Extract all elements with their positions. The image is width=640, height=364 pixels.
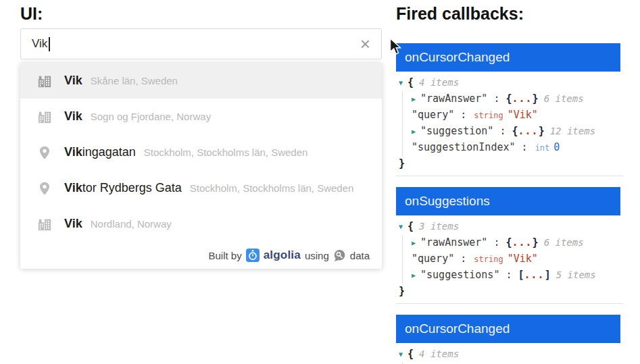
search-input[interactable]: Vik ×	[20, 28, 382, 59]
matched-text: Vik	[64, 145, 82, 159]
suggestion-row[interactable]: VikNordland, Norway	[20, 206, 382, 242]
item-count: 3 items	[419, 221, 459, 232]
json-line: ▶"rawAnswer" : {...}6 items	[412, 91, 623, 107]
callback-header: onSuggestions	[396, 187, 620, 215]
json-line: ▶"suggestions" : [...]5 items	[412, 267, 623, 284]
json-key: "suggestionIndex"	[412, 141, 516, 153]
data-label: data	[350, 250, 370, 261]
json-value: "Vik"	[508, 109, 538, 121]
json-type-label: int	[535, 143, 550, 153]
callback-header: onCursorChanged	[396, 315, 620, 343]
root-open-brace: {	[408, 76, 414, 88]
json-line: "suggestionIndex" : int0	[412, 140, 623, 156]
suggestion-secondary: Sogn og Fjordane, Norway	[91, 111, 211, 122]
pin-icon	[37, 181, 52, 196]
collapsed-close-bracket: }	[539, 125, 545, 137]
matched-text: Vik	[64, 217, 82, 230]
matched-text: Vik	[64, 181, 82, 194]
suggestion-row[interactable]: VikingagatanStockholm, Stockholms län, S…	[20, 134, 382, 170]
algolia-logo-icon[interactable]	[246, 249, 260, 262]
root-close-brace: }	[399, 285, 405, 297]
json-children: ▶"rawAnswer" : {...}6 items"query" : str…	[402, 235, 623, 284]
collapse-arrow-icon[interactable]: ▼	[399, 75, 403, 90]
json-colon: :	[454, 109, 472, 121]
osm-data-icon[interactable]	[333, 249, 346, 262]
expand-arrow-icon[interactable]: ▶	[412, 91, 416, 107]
root-open-brace: {	[408, 220, 414, 232]
callback-block: onCursorChanged▼{4 items▶"rawAnswer" : {…	[396, 315, 640, 364]
json-type-label: string	[474, 255, 503, 264]
callback-json-tree: ▼{3 items▶"rawAnswer" : {...}6 items"que…	[396, 215, 623, 304]
json-root-line: ▼{3 items	[399, 219, 623, 235]
item-count: 4 items	[419, 348, 459, 359]
dropdown-footer: Built by algolia using	[20, 242, 382, 269]
root-close-brace: }	[399, 157, 405, 170]
text-caret	[49, 37, 50, 51]
collapsed-close-bracket: ]	[545, 269, 551, 281]
suggestion-secondary: Skåne län, Sweden	[91, 75, 178, 86]
ui-panel: UI: Vik × VikSkåne län, SwedenVikSogn og…	[20, 3, 382, 269]
building-icon	[37, 74, 52, 88]
collapsed-dots: ...	[518, 125, 539, 137]
collapse-arrow-icon[interactable]: ▼	[399, 219, 403, 234]
json-colon: :	[493, 125, 512, 137]
suggestion-row[interactable]: VikSkåne län, Sweden	[20, 63, 382, 99]
search-input-value: Vik	[32, 37, 47, 51]
rest-text: ingagatan	[82, 145, 136, 159]
json-key: "query"	[412, 253, 454, 265]
suggestions-dropdown: VikSkåne län, SwedenVikSogn og Fjordane,…	[20, 63, 382, 269]
callback-json-tree: ▼{4 items▶"rawAnswer" : {...}6 items	[396, 343, 623, 364]
collapsed-open-bracket: {	[512, 125, 518, 137]
expand-arrow-icon[interactable]: ▶	[412, 235, 416, 251]
suggestion-name: Vik	[64, 74, 82, 88]
expand-arrow-icon[interactable]: ▶	[412, 267, 416, 283]
collapsed-close-bracket: }	[533, 236, 539, 249]
item-count: 4 items	[419, 77, 459, 88]
json-value: "Vik"	[508, 253, 538, 265]
building-icon	[37, 109, 52, 124]
collapsed-dots: ...	[512, 93, 533, 105]
json-line: "query" : string"Vik"	[412, 107, 623, 124]
json-colon: :	[487, 236, 506, 249]
callback-header: onCursorChanged	[396, 43, 620, 72]
json-type-label: string	[474, 111, 503, 120]
suggestion-secondary: Nordland, Norway	[91, 218, 172, 230]
json-close-line: }	[399, 156, 623, 172]
rest-text: tor Rydbergs Gata	[82, 181, 182, 194]
json-line: ▶"suggestion" : {...}12 items	[412, 124, 623, 140]
json-value: 0	[553, 141, 560, 153]
suggestion-name: Viktor Rydbergs Gata	[64, 181, 182, 195]
using-label: using	[305, 250, 329, 261]
json-children: ▶"rawAnswer" : {...}6 items"query" : str…	[402, 91, 623, 156]
collapsed-open-bracket: {	[506, 236, 512, 249]
root-open-brace: {	[408, 348, 414, 360]
json-root-line: ▼{4 items	[399, 75, 623, 91]
callbacks-list: onCursorChanged▼{4 items▶"rawAnswer" : {…	[396, 43, 640, 364]
collapsed-dots: ...	[524, 269, 545, 281]
suggestion-name: Vik	[64, 217, 82, 231]
json-key: "suggestion"	[420, 125, 493, 137]
expand-arrow-icon[interactable]: ▶	[412, 124, 416, 139]
json-colon: :	[487, 93, 506, 105]
collapsed-open-bracket: {	[506, 93, 512, 105]
suggestions-list: VikSkåne län, SwedenVikSogn og Fjordane,…	[20, 63, 382, 242]
algolia-wordmark[interactable]: algolia	[264, 249, 301, 262]
callback-block: onCursorChanged▼{4 items▶"rawAnswer" : {…	[396, 43, 640, 176]
callbacks-heading: Fired callbacks:	[396, 3, 640, 24]
json-close-line: }	[399, 284, 623, 299]
json-colon: :	[516, 141, 534, 153]
matched-text: Vik	[64, 109, 82, 123]
ui-heading: UI:	[20, 3, 382, 24]
suggestion-name: Vik	[64, 109, 82, 124]
page: UI: Vik × VikSkåne län, SwedenVikSogn og…	[0, 0, 640, 364]
suggestion-secondary: Stockholm, Stockholms län, Sweden	[144, 147, 308, 158]
json-key: "query"	[412, 109, 454, 121]
collapse-arrow-icon[interactable]: ▼	[399, 346, 403, 362]
suggestion-name: Vikingagatan	[64, 145, 136, 159]
json-key: "rawAnswer"	[420, 93, 487, 105]
suggestion-row[interactable]: VikSogn og Fjordane, Norway	[20, 99, 382, 134]
json-line: "query" : string"Vik"	[412, 251, 623, 267]
clear-icon[interactable]: ×	[360, 37, 370, 51]
suggestion-row[interactable]: Viktor Rydbergs GataStockholm, Stockholm…	[20, 170, 382, 206]
callback-json-tree: ▼{4 items▶"rawAnswer" : {...}6 items"que…	[396, 72, 623, 176]
